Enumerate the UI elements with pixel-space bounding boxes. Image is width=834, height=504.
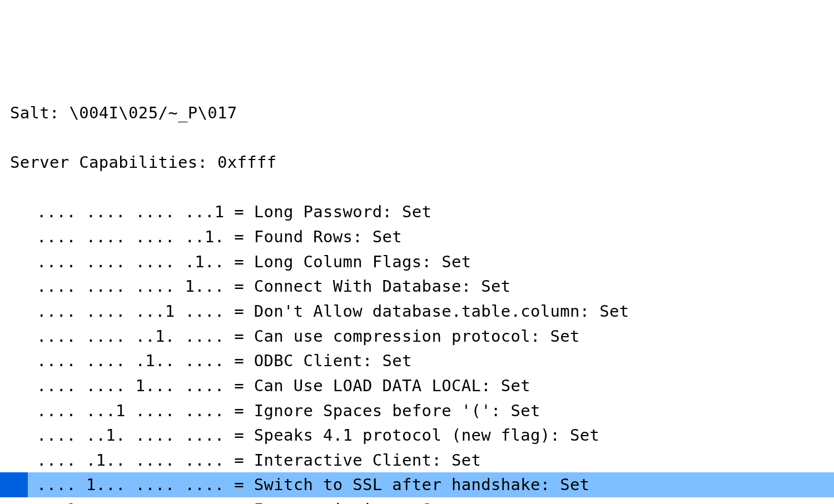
capability-flag-row[interactable]: .... .... ...1 .... = Don't Allow databa… (10, 299, 834, 324)
capability-flag-row[interactable]: .... .... .... ...1 = Long Password: Set (10, 199, 834, 224)
capability-flag-row[interactable]: .... .... .... .1.. = Long Column Flags:… (10, 249, 834, 275)
capability-flag-text: .... 1... .... .... = Switch to SSL afte… (37, 475, 590, 494)
selection-indicator-bar (0, 472, 28, 497)
capability-flag-row[interactable]: .... ..1. .... .... = Speaks 4.1 protoco… (10, 423, 834, 448)
capabilities-header: Server Capabilities: 0xffff (10, 150, 834, 175)
capability-flag-row[interactable]: .... .... ..1. .... = Can use compressio… (10, 324, 834, 349)
capability-flag-row[interactable]: .... 1... .... .... = Switch to SSL afte… (10, 472, 834, 497)
capability-flag-row[interactable]: .... .... .1.. .... = ODBC Client: Set (10, 348, 834, 373)
capability-flags-list: .... .... .... ...1 = Long Password: Set… (10, 199, 834, 504)
capability-flag-row[interactable]: .... ...1 .... .... = Ignore Spaces befo… (10, 398, 834, 423)
capability-flag-row[interactable]: .... .... .... 1... = Connect With Datab… (10, 274, 834, 299)
capability-flag-row[interactable]: ...1 .... .... .... = Ignore sigpipes: S… (10, 497, 834, 504)
capability-flag-row[interactable]: .... .1.. .... .... = Interactive Client… (10, 448, 834, 473)
salt-line: Salt: \004I\025/~_P\017 (10, 101, 834, 126)
capability-flag-row[interactable]: .... .... 1... .... = Can Use LOAD DATA … (10, 373, 834, 398)
capability-flag-row[interactable]: .... .... .... ..1. = Found Rows: Set (10, 224, 834, 249)
